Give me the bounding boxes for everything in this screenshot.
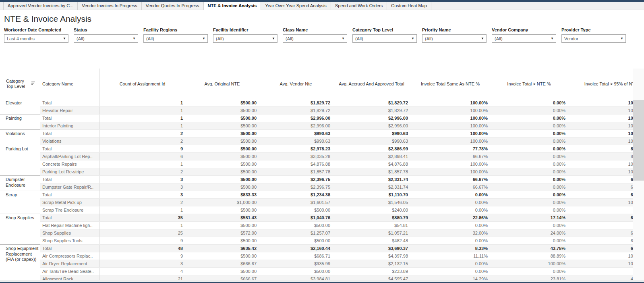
category-name-cell[interactable]: Air Tank/Tire Bead Seate.. — [40, 268, 99, 275]
value-cell[interactable]: $2,331.74 — [333, 176, 410, 183]
value-cell[interactable]: $1,057.21 — [333, 229, 410, 237]
value-cell[interactable]: $500.00 — [259, 237, 333, 245]
value-cell[interactable]: 1 — [99, 206, 186, 214]
value-cell[interactable]: 100.00% — [568, 252, 633, 260]
value-cell[interactable]: 11.11% — [410, 252, 490, 260]
value-cell[interactable]: $500.00 — [259, 206, 333, 214]
value-cell[interactable]: 9 — [99, 237, 186, 245]
filter-class-name-dropdown[interactable]: (All)▼ — [283, 34, 347, 43]
value-cell[interactable]: 100.00% — [410, 114, 490, 122]
value-cell[interactable]: $1,234.38 — [259, 191, 333, 199]
value-cell[interactable]: $500.00 — [185, 252, 259, 260]
filter-vendor-company-dropdown[interactable]: (All)▼ — [492, 34, 556, 43]
value-cell[interactable]: $2,996.00 — [259, 114, 333, 122]
value-cell[interactable]: 17.14% — [490, 214, 568, 222]
value-cell[interactable]: 100.00% — [490, 260, 568, 268]
value-cell[interactable]: 66.67% — [568, 183, 633, 191]
value-cell[interactable]: 0.00% — [490, 222, 568, 229]
value-cell[interactable]: $666.67 — [185, 275, 259, 280]
value-cell[interactable]: 0.00% — [490, 137, 568, 145]
value-cell[interactable]: $833.33 — [185, 191, 259, 199]
value-cell[interactable]: 66.67% — [410, 183, 490, 191]
column-header-avg-vendor-nte[interactable]: Avg. Vendor Nte — [259, 69, 333, 99]
value-cell[interactable]: 43.75% — [490, 245, 568, 252]
value-cell[interactable]: $500.00 — [259, 222, 333, 229]
value-cell[interactable]: 0.00% — [490, 130, 568, 137]
category-top-level-cell[interactable]: Violations — [0, 130, 40, 145]
value-cell[interactable]: 23.81% — [490, 275, 568, 280]
value-cell[interactable]: $880.79 — [333, 214, 410, 222]
value-cell[interactable]: $500.00 — [259, 268, 333, 275]
value-cell[interactable]: 100.00% — [410, 107, 490, 114]
value-cell[interactable]: 77.78% — [410, 145, 490, 153]
value-cell[interactable]: $2,160.44 — [259, 245, 333, 252]
value-cell[interactable]: 42.86% — [568, 275, 633, 280]
value-cell[interactable]: $1,829.72 — [259, 107, 333, 114]
value-cell[interactable]: 1 — [99, 99, 186, 107]
vertical-scrollbar[interactable] — [633, 69, 644, 280]
tab-custom-heat-map[interactable]: Custom Heat Map — [387, 2, 431, 10]
column-header-category-top-level[interactable]: Category Top Level — [0, 69, 40, 99]
value-cell[interactable]: $500.00 — [185, 137, 259, 145]
value-cell[interactable]: 0.00% — [410, 222, 490, 229]
value-cell[interactable]: 0.00% — [490, 199, 568, 206]
value-cell[interactable]: 1 — [99, 160, 186, 168]
category-name-cell[interactable]: Total — [40, 245, 99, 252]
value-cell[interactable]: 8.33% — [410, 245, 490, 252]
value-cell[interactable]: $1,857.78 — [333, 168, 410, 176]
category-name-cell[interactable]: Air Compressors Replac.. — [40, 252, 99, 260]
value-cell[interactable]: $500.00 — [185, 206, 259, 214]
value-cell[interactable]: $2,996.00 — [333, 122, 410, 130]
value-cell[interactable]: $990.63 — [259, 137, 333, 145]
value-cell[interactable]: 0.00% — [410, 191, 490, 199]
value-cell[interactable]: 0.00% — [410, 199, 490, 206]
value-cell[interactable]: 100.00% — [568, 168, 633, 176]
value-cell[interactable]: 21 — [99, 275, 186, 280]
category-top-level-cell[interactable]: Scrap — [0, 191, 40, 214]
value-cell[interactable]: 25 — [99, 229, 186, 237]
value-cell[interactable]: $666.67 — [185, 260, 259, 268]
value-cell[interactable]: 0.00% — [490, 145, 568, 153]
value-cell[interactable]: $551.43 — [185, 214, 259, 222]
value-cell[interactable]: $500.00 — [185, 122, 259, 130]
value-cell[interactable]: 100.00% — [568, 114, 633, 122]
value-cell[interactable]: $54.81 — [333, 222, 410, 229]
value-cell[interactable]: 3 — [99, 260, 186, 268]
value-cell[interactable]: $500.00 — [185, 268, 259, 275]
value-cell[interactable]: $500.00 — [185, 176, 259, 183]
category-top-level-cell[interactable]: Shop Equipment Replacement (F/A (or cape… — [0, 245, 40, 280]
column-header-invoice-total-95-of-nte[interactable]: Invoice Total > 95% of NTE % — [568, 69, 633, 99]
value-cell[interactable]: 66.67% — [568, 176, 633, 183]
category-top-level-cell[interactable]: Parking Lot — [0, 145, 40, 176]
category-name-cell[interactable]: Total — [40, 130, 99, 137]
value-cell[interactable]: 0.00% — [410, 237, 490, 245]
value-cell[interactable]: $1,257.07 — [259, 229, 333, 237]
category-top-level-cell[interactable]: Dumpster Enclosure — [0, 176, 40, 191]
value-cell[interactable]: $500.00 — [185, 160, 259, 168]
category-name-cell[interactable]: Total — [40, 191, 99, 199]
value-cell[interactable]: $990.63 — [333, 130, 410, 137]
value-cell[interactable]: 6 — [99, 153, 186, 160]
column-header-invoice-total-same-as-nte[interactable]: Invoice Total Same As NTE % — [410, 69, 490, 99]
value-cell[interactable]: 35 — [99, 214, 186, 222]
value-cell[interactable]: $2,132.15 — [333, 260, 410, 268]
filter-provider-type-dropdown[interactable]: Vendor▼ — [561, 34, 626, 43]
category-name-cell[interactable]: Total — [40, 114, 99, 122]
category-name-cell[interactable]: Total — [40, 214, 99, 222]
value-cell[interactable]: $686.71 — [259, 252, 333, 260]
category-name-cell[interactable]: Violations — [40, 137, 99, 145]
value-cell[interactable]: 100.00% — [568, 260, 633, 268]
value-cell[interactable]: $2,396.75 — [259, 183, 333, 191]
value-cell[interactable]: 100.00% — [568, 107, 633, 114]
value-cell[interactable]: $635.42 — [185, 245, 259, 252]
value-cell[interactable]: 0.00% — [490, 206, 568, 214]
value-cell[interactable]: 100.00% — [410, 130, 490, 137]
tab-vendor-invoices-in-progress[interactable]: Vendor Invoices In Progress — [78, 2, 142, 10]
column-header-invoice-total-nte[interactable]: Invoice Total > NTE % — [490, 69, 568, 99]
value-cell[interactable]: $500.00 — [185, 153, 259, 160]
category-name-cell[interactable]: Concrete Repairs — [40, 160, 99, 168]
filter-status-dropdown[interactable]: (All)▼ — [74, 34, 138, 43]
column-header-avg-accrued-and-approved-total[interactable]: Avg. Accrued And Approved Total — [333, 69, 410, 99]
value-cell[interactable]: $990.63 — [333, 137, 410, 145]
value-cell[interactable]: 2 — [99, 137, 186, 145]
